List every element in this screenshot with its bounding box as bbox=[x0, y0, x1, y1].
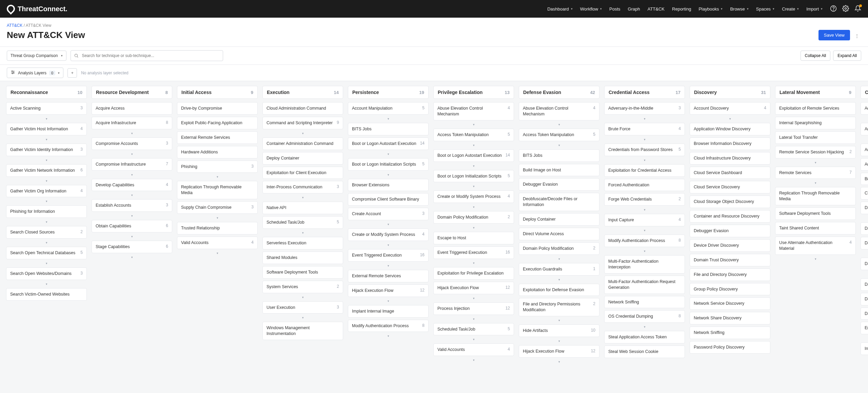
technique-card[interactable]: Modify Authentication Process8 bbox=[348, 320, 429, 332]
technique-card[interactable]: Acquire Infrastructure8 bbox=[92, 117, 172, 129]
expand-icon[interactable]: ▾ bbox=[92, 255, 172, 261]
nav-import[interactable]: Import bbox=[806, 6, 823, 12]
technique-card[interactable]: External Remote Services bbox=[348, 270, 429, 282]
technique-card[interactable]: Remote Service Session Hijacking2 bbox=[775, 146, 856, 158]
technique-card[interactable]: Adversary-in-the-Middle3 bbox=[604, 102, 685, 115]
expand-icon[interactable]: ▾ bbox=[604, 117, 685, 123]
expand-icon[interactable]: ▾ bbox=[348, 264, 429, 270]
technique-card[interactable]: Deploy Container bbox=[519, 213, 599, 226]
expand-icon[interactable]: ▾ bbox=[6, 241, 87, 247]
technique-card[interactable]: Create or Modify System Process4 bbox=[348, 228, 429, 241]
expand-icon[interactable]: ▾ bbox=[519, 318, 599, 324]
technique-card[interactable]: Data from Cloud Storage bbox=[861, 222, 868, 235]
expand-icon[interactable]: ▾ bbox=[177, 251, 258, 257]
technique-card[interactable]: Obtain Capabilities6 bbox=[92, 220, 172, 232]
nav-workflow[interactable]: Workflow bbox=[580, 6, 602, 12]
expand-icon[interactable]: ▾ bbox=[861, 336, 868, 342]
technique-card[interactable]: Lateral Tool Transfer bbox=[775, 131, 856, 144]
technique-card[interactable]: Boot or Logon Autostart Execution14 bbox=[348, 137, 429, 150]
technique-card[interactable]: Device Driver Discovery bbox=[690, 239, 770, 252]
nav-playbooks[interactable]: Playbooks bbox=[698, 6, 723, 12]
expand-icon[interactable]: ▾ bbox=[861, 216, 868, 222]
expand-icon[interactable]: ▾ bbox=[604, 208, 685, 214]
technique-card[interactable]: Acquire Access bbox=[92, 102, 172, 115]
add-layer-button[interactable]: + bbox=[67, 68, 77, 78]
technique-card[interactable]: Cloud Administration Command bbox=[262, 102, 343, 115]
technique-card[interactable]: Compromise Client Software Binary bbox=[348, 193, 429, 206]
expand-icon[interactable]: ▾ bbox=[433, 205, 514, 211]
expand-icon[interactable]: ▾ bbox=[604, 249, 685, 255]
expand-all-button[interactable]: Expand All bbox=[833, 51, 861, 61]
technique-card[interactable]: Domain Trust Discovery bbox=[690, 254, 770, 266]
technique-card[interactable]: Cloud Storage Object Discovery bbox=[690, 195, 770, 208]
technique-card[interactable]: Data from Configuration Repository bbox=[861, 237, 868, 249]
technique-card[interactable]: Clipboard Data bbox=[861, 187, 868, 200]
expand-icon[interactable]: ▾ bbox=[262, 195, 343, 202]
technique-card[interactable]: Inter-Process Communication3 bbox=[262, 181, 343, 193]
technique-card[interactable]: Modify Authentication Process8 bbox=[604, 235, 685, 247]
technique-card[interactable]: Hide Artifacts10 bbox=[519, 324, 599, 337]
nav-spaces[interactable]: Spaces bbox=[756, 6, 774, 12]
expand-icon[interactable]: ▾ bbox=[348, 117, 429, 123]
technique-card[interactable]: Password Policy Discovery bbox=[690, 341, 770, 354]
technique-card[interactable]: Active Scanning3 bbox=[6, 102, 87, 115]
expand-icon[interactable]: ▾ bbox=[433, 226, 514, 232]
technique-card[interactable]: Phishing3 bbox=[177, 161, 258, 173]
expand-icon[interactable]: ▾ bbox=[92, 152, 172, 158]
technique-card[interactable]: Network Share Discovery bbox=[690, 312, 770, 324]
technique-card[interactable]: Phishing for Information bbox=[6, 205, 87, 218]
expand-icon[interactable]: ▾ bbox=[604, 158, 685, 164]
technique-card[interactable]: Taint Shared Content bbox=[775, 222, 856, 235]
technique-card[interactable]: Cloud Service Dashboard bbox=[690, 167, 770, 179]
technique-card[interactable]: Input Capture bbox=[861, 342, 868, 355]
technique-card[interactable]: Execution Guardrails1 bbox=[519, 263, 599, 276]
expand-icon[interactable]: ▾ bbox=[861, 357, 868, 363]
expand-icon[interactable]: ▾ bbox=[262, 295, 343, 301]
expand-icon[interactable]: ▾ bbox=[775, 161, 856, 167]
technique-card[interactable]: Exploitation of Remote Services bbox=[775, 102, 856, 115]
technique-card[interactable]: Scheduled Task/Job5 bbox=[262, 216, 343, 229]
technique-card[interactable]: Deploy Container bbox=[262, 152, 343, 165]
technique-card[interactable]: Exploitation for Credential Access bbox=[604, 164, 685, 177]
expand-icon[interactable]: ▾ bbox=[433, 358, 514, 364]
expand-icon[interactable]: ▾ bbox=[690, 117, 770, 123]
technique-card[interactable]: Hardware Additions bbox=[177, 146, 258, 158]
search-input[interactable] bbox=[71, 50, 223, 61]
analysis-layers-select[interactable]: Analysis Layers 0 bbox=[7, 68, 63, 78]
technique-card[interactable]: Browser Extensions bbox=[348, 179, 429, 191]
technique-card[interactable]: Gather Victim Identity Information3 bbox=[6, 144, 87, 156]
technique-card[interactable]: Account Discovery4 bbox=[690, 102, 770, 115]
technique-card[interactable]: Direct Volume Access bbox=[519, 228, 599, 240]
expand-icon[interactable]: ▾ bbox=[348, 222, 429, 228]
technique-card[interactable]: Develop Capabilities4 bbox=[92, 179, 172, 191]
technique-card[interactable]: Abuse Elevation Control Mechanism4 bbox=[519, 102, 599, 120]
technique-card[interactable]: System Services2 bbox=[262, 281, 343, 293]
expand-icon[interactable]: ▾ bbox=[604, 137, 685, 144]
technique-card[interactable]: Cloud Service Discovery bbox=[690, 181, 770, 193]
expand-icon[interactable]: ▾ bbox=[177, 175, 258, 181]
technique-card[interactable]: Compromise Accounts3 bbox=[92, 137, 172, 150]
technique-card[interactable]: Exploit Public-Facing Application bbox=[177, 117, 258, 129]
technique-card[interactable]: Browser Information Discovery bbox=[690, 137, 770, 150]
technique-card[interactable]: Internal Spearphishing bbox=[775, 117, 856, 129]
expand-icon[interactable]: ▾ bbox=[433, 184, 514, 190]
technique-card[interactable]: Hijack Execution Flow12 bbox=[348, 284, 429, 297]
nav-att&ck[interactable]: ATT&CK bbox=[648, 6, 665, 12]
technique-card[interactable]: Implant Internal Image bbox=[348, 305, 429, 318]
expand-icon[interactable]: ▾ bbox=[348, 173, 429, 179]
collapse-all-button[interactable]: Collapse All bbox=[801, 51, 831, 61]
expand-icon[interactable]: ▾ bbox=[433, 296, 514, 302]
technique-card[interactable]: Access Token Manipulation5 bbox=[433, 129, 514, 141]
expand-icon[interactable]: ▾ bbox=[6, 179, 87, 185]
expand-icon[interactable]: ▾ bbox=[92, 173, 172, 179]
technique-card[interactable]: File and Directory Permissions Modificat… bbox=[519, 298, 599, 316]
technique-card[interactable]: Search Victim-Owned Websites bbox=[6, 288, 87, 301]
expand-icon[interactable]: ▾ bbox=[6, 199, 87, 205]
technique-card[interactable]: Event Triggered Execution16 bbox=[433, 246, 514, 259]
technique-card[interactable]: Software Deployment Tools bbox=[262, 266, 343, 279]
technique-card[interactable]: Credentials from Password Stores5 bbox=[604, 144, 685, 156]
expand-icon[interactable]: ▾ bbox=[92, 131, 172, 137]
technique-card[interactable]: Use Alternate Authentication Material4 bbox=[775, 237, 856, 255]
expand-icon[interactable]: ▾ bbox=[433, 261, 514, 267]
expand-icon[interactable]: ▾ bbox=[775, 181, 856, 187]
